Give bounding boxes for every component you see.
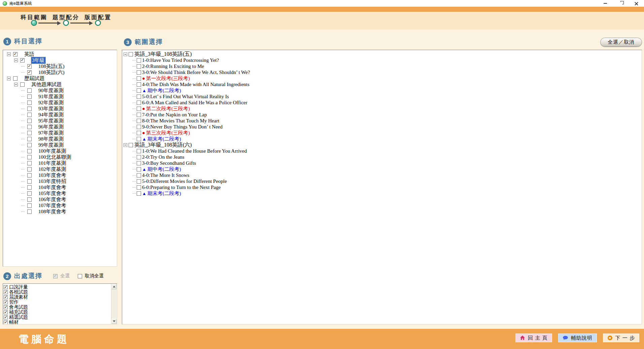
node-label[interactable]: 103年度會考 (38, 172, 66, 179)
select-all-checkbox[interactable] (53, 274, 58, 278)
subject-tree-node[interactable]: 108英語(六) (3, 69, 117, 75)
source-item-checkbox[interactable] (4, 310, 8, 314)
node-label[interactable]: 105年度會考 (38, 190, 66, 197)
node-checkbox[interactable] (27, 64, 32, 69)
subject-tree-node[interactable]: 96年度基測 (3, 124, 117, 130)
node-label[interactable]: 93年度基測 (38, 106, 64, 112)
node-checkbox[interactable] (27, 70, 32, 75)
source-item-checkbox[interactable] (4, 305, 8, 309)
group-checkbox[interactable] (129, 143, 133, 147)
range-item-row[interactable]: 8-0:The Movies That Touch My Heart (122, 118, 642, 124)
subject-tree-node[interactable]: 94年度基測 (3, 112, 117, 118)
help-button[interactable]: 輔助說明 (558, 334, 597, 342)
item-checkbox[interactable] (137, 58, 141, 63)
subject-tree-node[interactable]: 英語 (3, 51, 117, 57)
expander-minus-icon[interactable] (7, 52, 11, 56)
item-checkbox[interactable] (137, 76, 141, 81)
range-item-label[interactable]: 6-0:A Man Called and Said He Was a Polic… (142, 100, 247, 106)
node-checkbox[interactable] (27, 119, 32, 123)
range-item-label[interactable]: 3-0:Buy Secondhand Gifts (142, 160, 196, 166)
next-step-button[interactable]: 下 一 步 (603, 334, 639, 342)
range-item-label[interactable]: 期中考(二段考) (147, 87, 181, 94)
subject-tree-node[interactable]: 3年級 (3, 57, 117, 63)
group-checkbox[interactable] (129, 52, 133, 56)
range-item-label[interactable]: 第二次段考(三段考) (146, 106, 190, 112)
item-checkbox[interactable] (137, 64, 141, 69)
node-label[interactable]: 歷屆試題 (24, 75, 44, 82)
subject-tree-node[interactable]: 97年度基測 (3, 130, 117, 136)
node-checkbox[interactable] (27, 131, 32, 135)
subject-tree-node[interactable]: 93年度基測 (3, 106, 117, 112)
range-item-row[interactable]: 4-0:The More It Snows (122, 172, 642, 178)
range-group-row[interactable]: 英語_3年級_108英語(六) (122, 142, 642, 148)
item-checkbox[interactable] (137, 131, 141, 135)
node-label[interactable]: 97年度基測 (38, 130, 64, 136)
select-all-toggle-button[interactable]: 全選／取消 (600, 38, 642, 47)
node-label[interactable]: 98年度基測 (38, 136, 64, 142)
source-item-checkbox[interactable] (4, 295, 8, 299)
subject-tree-node[interactable]: 107年度會考 (3, 202, 117, 208)
range-item-row[interactable]: 6-0:A Man Called and Said He Was a Polic… (122, 100, 642, 106)
range-item-row[interactable]: ▲期中考(二段考) (122, 166, 642, 172)
node-checkbox[interactable] (27, 203, 32, 208)
item-checkbox[interactable] (137, 88, 141, 93)
node-label[interactable]: 102年度基測 (38, 166, 66, 172)
minimize-button[interactable] (598, 0, 613, 7)
item-checkbox[interactable] (137, 113, 141, 117)
subject-tree-node[interactable]: 102年度基測 (3, 166, 117, 172)
range-item-row[interactable]: 5-0:Different Movies for Different Peopl… (122, 178, 642, 184)
item-checkbox[interactable] (137, 107, 141, 111)
node-checkbox[interactable] (27, 143, 32, 147)
range-item-row[interactable]: ▲期末考(二段考) (122, 136, 642, 142)
range-item-row[interactable]: 4-0:The Dish Was Made with All Natural I… (122, 81, 642, 87)
range-item-label[interactable]: 第一次段考(三段考) (146, 75, 190, 82)
range-item-row[interactable]: ▲期末考(二段考) (122, 190, 642, 196)
subject-tree-node[interactable]: 103年度會考 (3, 172, 117, 178)
item-checkbox[interactable] (137, 173, 141, 178)
range-item-row[interactable]: 9-0:Never Buy Things You Don’ t Need (122, 124, 642, 130)
range-item-label[interactable]: 4-0:The More It Snows (142, 172, 189, 178)
home-button[interactable]: 回 主 頁 (515, 334, 552, 342)
node-label[interactable]: 96年度基測 (38, 124, 64, 130)
node-label[interactable]: 106年度會考 (38, 196, 66, 203)
node-checkbox[interactable] (27, 197, 32, 202)
range-item-label[interactable]: 2-0:Try On the Jeans (142, 154, 184, 160)
node-label[interactable]: 100年度基測 (38, 148, 66, 154)
subject-tree-node[interactable]: 108英語(五) (3, 63, 117, 69)
source-item-checkbox[interactable] (4, 285, 8, 289)
node-checkbox[interactable] (20, 82, 25, 87)
scroll-down-button[interactable] (111, 319, 116, 324)
range-item-row[interactable]: 1-0:Have You Tried Postcrossing Yet? (122, 57, 642, 63)
range-item-row[interactable]: 7-0:Put the Napkin on Your Lap (122, 112, 642, 118)
range-item-label[interactable]: 9-0:Never Buy Things You Don’ t Need (142, 124, 223, 130)
node-label[interactable]: 108英語(六) (38, 69, 65, 76)
node-label[interactable]: 107年度會考 (38, 202, 66, 209)
subject-tree-node[interactable]: 105年度會考 (3, 190, 117, 196)
node-label[interactable]: 108年度會考 (38, 208, 66, 215)
range-item-label[interactable]: 期末考(二段考) (147, 190, 181, 197)
source-list-scrollbar[interactable] (111, 284, 116, 324)
range-item-row[interactable]: 5-0:Let’ s Find Out What Virtual Reality… (122, 93, 642, 100)
node-checkbox[interactable] (27, 185, 32, 190)
range-item-label[interactable]: 5-0:Different Movies for Different Peopl… (142, 179, 227, 184)
range-item-label[interactable]: 1-0:Have You Tried Postcrossing Yet? (142, 57, 219, 63)
subject-tree-node[interactable]: 98年度基測 (3, 136, 117, 142)
node-checkbox[interactable] (27, 101, 32, 105)
range-item-label[interactable]: 7-0:Put the Napkin on Your Lap (142, 112, 207, 118)
subject-tree-node[interactable]: 106年度會考 (3, 196, 117, 202)
range-item-row[interactable]: 6-0:Preparing to Turn to the Next Page (122, 184, 642, 190)
node-label[interactable]: 91年度基測 (38, 93, 64, 100)
node-label[interactable]: 95年度基測 (38, 118, 64, 124)
range-item-row[interactable]: ●第一次段考(三段考) (122, 75, 642, 81)
range-item-row[interactable]: 3-0:We Should Think Before We Act, Shoul… (122, 69, 642, 75)
node-label[interactable]: 99年度基測 (38, 142, 64, 148)
range-item-row[interactable]: ●第三次段考(三段考) (122, 130, 642, 136)
node-label[interactable]: 其他題庫試題 (31, 81, 62, 88)
subject-tree-node[interactable]: 歷屆試題 (3, 75, 117, 81)
subject-tree-node[interactable]: 99年度基測 (3, 142, 117, 148)
range-item-label[interactable]: 6-0:Preparing to Turn to the Next Page (142, 185, 221, 190)
range-item-label[interactable]: 第三次段考(三段考) (146, 130, 190, 136)
range-item-label[interactable]: 5-0:Let’ s Find Out What Virtual Reality… (142, 94, 229, 100)
subject-tree-node[interactable]: 101年度基測 (3, 160, 117, 166)
range-item-label[interactable]: 4-0:The Dish Was Made with All Natural I… (142, 82, 249, 87)
